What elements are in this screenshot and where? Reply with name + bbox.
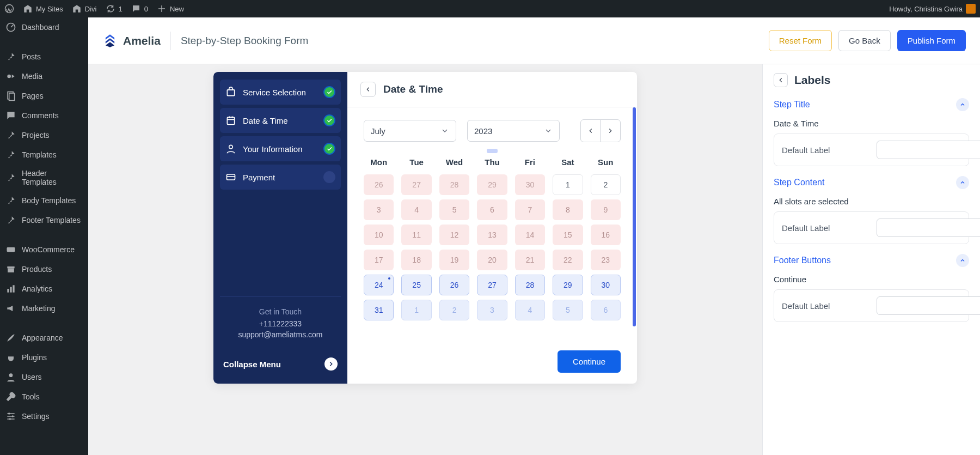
pin-icon: [5, 149, 16, 160]
step-payment[interactable]: Payment: [220, 165, 341, 190]
menu-plugins[interactable]: Plugins: [0, 348, 88, 367]
panel-title: Labels: [794, 74, 831, 87]
calendar-day: 23: [591, 250, 621, 270]
card-icon: [225, 172, 236, 183]
menu-templates[interactable]: Templates: [0, 145, 88, 165]
continue-button[interactable]: Continue: [558, 350, 621, 373]
sites-icon: [23, 4, 33, 14]
booking-preview: Service Selection Date & Time Your Infor…: [213, 72, 637, 384]
prev-month-button[interactable]: [581, 120, 601, 142]
calendar-day[interactable]: 28: [515, 275, 545, 295]
calendar-day[interactable]: 24: [364, 275, 394, 295]
sliders-icon: [5, 411, 16, 422]
footer-button-input[interactable]: [877, 296, 980, 315]
next-month-button[interactable]: [601, 120, 620, 142]
calendar-day: 14: [515, 225, 545, 245]
calendar-day: 11: [401, 225, 431, 245]
site-home-link[interactable]: Divi: [72, 4, 97, 14]
section-footer-buttons[interactable]: Footer Buttons: [774, 254, 969, 267]
chevron-down-icon: [440, 126, 449, 135]
refresh-icon: [106, 4, 115, 14]
reset-form-button[interactable]: Reset Form: [769, 30, 832, 51]
section-heading: Step Content: [774, 178, 824, 187]
calendar-day: 3: [477, 300, 507, 320]
new-link[interactable]: New: [157, 4, 184, 14]
booking-back-button[interactable]: [360, 82, 376, 97]
menu-products[interactable]: Products: [0, 259, 88, 279]
new-label: New: [170, 5, 184, 13]
menu-body-templates[interactable]: Body Templates: [0, 191, 88, 210]
field-row: Default Label: [774, 289, 969, 322]
menu-appearance[interactable]: Appearance: [0, 328, 88, 348]
menu-footer-templates[interactable]: Footer Templates: [0, 210, 88, 230]
menu-media[interactable]: Media: [0, 66, 88, 86]
updates-link[interactable]: 1: [106, 4, 122, 14]
calendar-day[interactable]: 1: [553, 174, 583, 195]
menu-label: Marketing: [22, 304, 55, 313]
step-your-information[interactable]: Your Information: [220, 136, 341, 161]
my-sites-link[interactable]: My Sites: [23, 4, 63, 14]
menu-posts[interactable]: Posts: [0, 47, 88, 66]
menu-woocommerce[interactable]: WooCommerce: [0, 240, 88, 259]
panel-back-button[interactable]: [774, 73, 788, 87]
menu-projects[interactable]: Projects: [0, 125, 88, 145]
chevron-left-icon: [777, 76, 785, 84]
section-step-content[interactable]: Step Content: [774, 176, 969, 189]
menu-comments[interactable]: Comments: [0, 106, 88, 125]
calendar-day: 8: [553, 199, 583, 220]
calendar-day[interactable]: 31: [364, 300, 394, 320]
amelia-logo[interactable]: Amelia: [102, 33, 161, 48]
publish-form-button[interactable]: Publish Form: [897, 30, 966, 51]
calendar-day[interactable]: 29: [553, 275, 583, 295]
drag-handle-icon: [487, 149, 498, 153]
calendar-day: 6: [591, 300, 621, 320]
svg-rect-15: [227, 90, 234, 96]
month-select[interactable]: July: [364, 120, 456, 142]
field-row: Default Label: [774, 134, 969, 166]
menu-header-templates[interactable]: Header Templates: [0, 165, 88, 191]
step-service-selection[interactable]: Service Selection: [220, 80, 341, 105]
calendar-grid: MonTueWedThuFriSatSun2627282930123456789…: [364, 157, 621, 320]
chevron-left-icon: [587, 127, 595, 135]
menu-settings[interactable]: Settings: [0, 407, 88, 426]
calendar-day: 21: [515, 250, 545, 270]
avatar: [966, 4, 976, 14]
package-icon: [225, 87, 236, 98]
svg-rect-5: [7, 247, 15, 252]
menu-analytics[interactable]: Analytics: [0, 279, 88, 299]
comments-link[interactable]: 0: [131, 4, 148, 14]
calendar-day[interactable]: 26: [439, 275, 469, 295]
calendar-day[interactable]: 27: [477, 275, 507, 295]
menu-users[interactable]: Users: [0, 367, 88, 387]
year-select[interactable]: 2023: [467, 120, 560, 142]
svg-rect-16: [227, 117, 234, 124]
go-back-button[interactable]: Go Back: [838, 30, 891, 51]
calendar-day: 6: [477, 199, 507, 220]
calendar-day[interactable]: 2: [591, 174, 621, 195]
calendar-day[interactable]: 30: [591, 275, 621, 295]
default-label-text: Default Label: [782, 145, 869, 155]
comment-icon: [131, 4, 141, 14]
comment-icon: [5, 110, 16, 121]
menu-marketing[interactable]: Marketing: [0, 299, 88, 318]
step-content-input[interactable]: [877, 219, 980, 237]
pin-icon: [5, 172, 16, 183]
step-label: Your Information: [243, 144, 303, 154]
step-label: Payment: [243, 173, 275, 182]
calendar-day[interactable]: 25: [401, 275, 431, 295]
howdy-user[interactable]: Howdy, Christina Gwira: [889, 4, 976, 14]
svg-point-12: [8, 412, 10, 414]
calendar-day: 27: [401, 174, 431, 195]
section-step-title[interactable]: Step Title: [774, 98, 969, 111]
wp-logo[interactable]: [4, 4, 14, 14]
collapse-menu-button[interactable]: Collapse Menu: [220, 352, 341, 376]
step-title-input[interactable]: [877, 141, 980, 159]
menu-tools[interactable]: Tools: [0, 387, 88, 407]
pin-icon: [5, 130, 16, 141]
calendar-day: 2: [439, 300, 469, 320]
svg-point-17: [229, 145, 233, 149]
menu-pages[interactable]: Pages: [0, 86, 88, 106]
menu-dashboard[interactable]: Dashboard: [0, 17, 88, 37]
step-date-time[interactable]: Date & Time: [220, 108, 341, 133]
month-value: July: [371, 126, 385, 136]
